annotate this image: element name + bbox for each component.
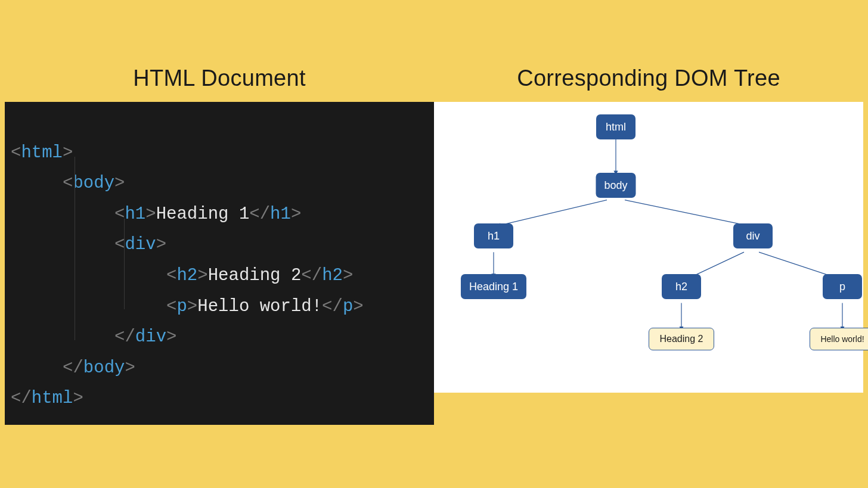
tree-node-body: body <box>596 173 636 198</box>
right-panel: Corresponding DOM Tree <box>434 0 863 393</box>
svg-line-2 <box>625 200 750 226</box>
code-tag-h2-open: h2 <box>176 266 197 285</box>
code-tag-html-close: html <box>32 388 73 408</box>
left-panel: HTML Document <html> <body> <h1>Heading … <box>5 0 434 393</box>
code-text-p: Hello world! <box>197 297 322 316</box>
code-tag-h1-open: h1 <box>125 204 145 224</box>
code-tag-html-open: html <box>21 143 63 163</box>
tree-panel: html body h1 div Heading 1 h2 p Heading … <box>434 102 863 393</box>
code-text-h2: Heading 2 <box>208 266 302 285</box>
tree-node-h2: h2 <box>662 274 701 299</box>
tree-leaf-heading2: Heading 2 <box>649 328 714 350</box>
code-text-h1: Heading 1 <box>156 204 250 224</box>
code-tag-body-open: body <box>73 173 114 193</box>
code-tag-div-open: div <box>125 235 156 254</box>
left-title: HTML Document <box>5 0 434 102</box>
right-title: Corresponding DOM Tree <box>434 0 863 102</box>
code-tag-div-close: div <box>135 327 166 347</box>
code-tag-p-open: p <box>176 297 187 316</box>
code-block: <html> <body> <h1>Heading 1</h1> <div> <… <box>5 102 434 425</box>
tree-node-h1: h1 <box>474 223 513 248</box>
tree-node-div: div <box>733 223 773 248</box>
tree-leaf-hello: Hello world! <box>810 328 868 350</box>
code-tag-body-close: body <box>83 358 125 378</box>
tree-node-p: p <box>823 274 862 299</box>
tree-node-html: html <box>596 114 636 139</box>
svg-line-1 <box>497 200 607 226</box>
tree-node-heading1: Heading 1 <box>461 274 526 299</box>
diagram-container: HTML Document <html> <body> <h1>Heading … <box>0 0 868 488</box>
